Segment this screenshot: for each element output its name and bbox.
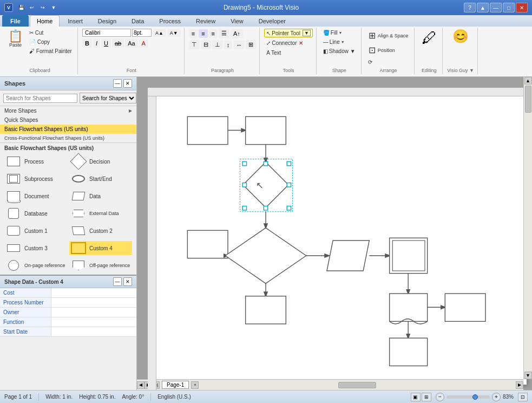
shape-data[interactable]: Data xyxy=(69,189,132,203)
position-button[interactable]: ⊡ Position xyxy=(366,43,398,57)
underline-btn[interactable]: U xyxy=(101,39,111,48)
basic-flowchart-menu-item[interactable]: Basic Flowchart Shapes (US units) xyxy=(0,125,136,134)
vertical-scrollbar[interactable]: ▲ ▼ xyxy=(523,77,532,379)
shape-startend[interactable]: Start/End xyxy=(69,172,132,186)
rotate-button[interactable]: ⟳ xyxy=(366,58,375,66)
page-prev-btn[interactable]: ◀ xyxy=(137,381,145,389)
close-btn[interactable]: ✕ xyxy=(516,3,528,12)
font-size-input[interactable] xyxy=(132,29,152,37)
shape-custom3[interactable]: Custom 3 xyxy=(4,241,67,255)
canvas-area[interactable]: ↖ xyxy=(137,77,532,390)
shape-external-data[interactable]: External Data xyxy=(69,206,132,220)
horizontal-scrollbar[interactable]: ◀ ▶ ▶| Page-1 + ▶ xyxy=(137,379,523,390)
font-color-btn[interactable]: A xyxy=(139,39,148,48)
tab-home[interactable]: Home xyxy=(30,15,60,27)
shape-document[interactable]: Document xyxy=(4,189,67,203)
shape-database[interactable]: Database xyxy=(4,206,67,220)
sidebar-minimize-btn[interactable]: — xyxy=(113,79,122,88)
shadow-button[interactable]: ◧ Shadow ▼ xyxy=(321,47,358,55)
search-dropdown[interactable]: Search for Shapes xyxy=(80,93,136,103)
scroll-thumb-v[interactable] xyxy=(525,86,531,113)
align-left-btn[interactable]: ≡ xyxy=(189,29,198,38)
function-value[interactable] xyxy=(51,317,136,327)
view-normal-btn[interactable]: ▣ xyxy=(411,393,421,401)
copy-button[interactable]: 📄 Copy xyxy=(27,38,74,46)
bold-btn[interactable]: B xyxy=(82,39,92,48)
shape-data-minimize-btn[interactable]: — xyxy=(113,277,122,286)
list-btn[interactable]: ☰ xyxy=(219,29,229,38)
search-input[interactable] xyxy=(3,94,77,103)
shape-onpage[interactable]: On-page reference xyxy=(4,258,67,272)
shape-data-close-btn[interactable]: ✕ xyxy=(123,277,132,286)
process-number-value[interactable] xyxy=(51,298,136,307)
tab-file[interactable]: File xyxy=(2,15,29,27)
tab-design[interactable]: Design xyxy=(91,15,123,27)
tab-data[interactable]: Data xyxy=(124,15,151,27)
cross-functional-menu-item[interactable]: Cross-Functional Flowchart Shapes (US un… xyxy=(0,134,136,142)
strikethrough-btn[interactable]: ab xyxy=(112,39,124,48)
font-case-btn[interactable]: Aa xyxy=(125,39,137,48)
sidebar-close-btn[interactable]: ✕ xyxy=(123,79,132,88)
align-space-button[interactable]: ⊞ Align & Space xyxy=(366,29,411,42)
qa-undo-btn[interactable]: ↩ xyxy=(27,3,37,12)
text-dir-btn[interactable]: ↔ xyxy=(233,41,245,49)
cost-value[interactable] xyxy=(51,288,136,297)
format-painter-button[interactable]: 🖌 Format Painter xyxy=(27,47,74,55)
ribbon-toggle-btn[interactable]: ▲ xyxy=(477,3,489,12)
qa-save-btn[interactable]: 💾 xyxy=(16,3,26,12)
pointer-tool-button[interactable]: ↖ Pointer Tool ▼ xyxy=(264,29,313,37)
valign-top-btn[interactable]: ⊤ xyxy=(189,40,200,49)
align-right-btn[interactable]: ≡ xyxy=(209,29,218,38)
drawing-canvas[interactable]: ↖ xyxy=(156,96,527,385)
maximize-btn[interactable]: □ xyxy=(503,3,515,12)
quick-shapes-menu-item[interactable]: Quick Shapes xyxy=(0,115,136,125)
shape-decision[interactable]: Decision xyxy=(69,154,132,168)
align-center-btn[interactable]: ≡ xyxy=(199,29,207,38)
more-shapes-menu-item[interactable]: More Shapes ▶ xyxy=(0,106,136,115)
pointer-dropdown[interactable]: ▼ xyxy=(303,30,311,36)
shape-custom1[interactable]: Custom 1 xyxy=(4,224,67,238)
qa-more-btn[interactable]: ▼ xyxy=(49,3,58,12)
page-tab-btn[interactable]: Page-1 xyxy=(162,381,189,389)
shape-subprocess[interactable]: Subprocess xyxy=(4,172,67,186)
increase-indent-btn[interactable]: A↑ xyxy=(231,29,243,38)
connector-tool-button[interactable]: ⤢ Connector ✕ xyxy=(264,39,305,47)
shape-custom4[interactable]: Custom 4 xyxy=(69,241,132,255)
text-tool-button[interactable]: A Text xyxy=(264,49,283,57)
fit-page-btn[interactable]: ⊡ xyxy=(518,393,528,401)
zoom-slider[interactable] xyxy=(446,395,490,399)
zoom-out-btn[interactable]: − xyxy=(436,393,444,401)
tab-process[interactable]: Process xyxy=(152,15,188,27)
shape-process[interactable]: Process xyxy=(4,154,67,168)
shape-custom2[interactable]: Custom 2 xyxy=(69,224,132,238)
owner-value[interactable] xyxy=(51,308,136,317)
qa-redo-btn[interactable]: ↪ xyxy=(38,3,48,12)
valign-mid-btn[interactable]: ⊟ xyxy=(201,40,211,49)
increase-font-btn[interactable]: A▲ xyxy=(153,29,166,37)
startdate-value[interactable] xyxy=(51,327,136,336)
line-spacing-btn[interactable]: ↕ xyxy=(224,41,233,49)
font-family-input[interactable] xyxy=(82,29,131,37)
scroll-thumb-h[interactable] xyxy=(338,382,376,388)
line-button[interactable]: — Line ▼ xyxy=(321,38,347,46)
valign-bot-btn[interactable]: ⊥ xyxy=(212,40,223,49)
cut-button[interactable]: ✂ Cut xyxy=(27,29,74,37)
italic-btn[interactable]: I xyxy=(93,39,100,48)
scroll-up-btn[interactable]: ▲ xyxy=(524,77,532,84)
help-btn[interactable]: ? xyxy=(464,3,476,12)
zoom-in-btn[interactable]: + xyxy=(492,393,501,401)
minimize-btn[interactable]: — xyxy=(490,3,502,12)
view-grid-btn[interactable]: ⊞ xyxy=(422,393,431,401)
tab-review[interactable]: Review xyxy=(189,15,222,27)
decrease-font-btn[interactable]: A▼ xyxy=(167,29,181,37)
shape-offpage[interactable]: Off-page reference xyxy=(69,258,132,272)
fill-button[interactable]: 🪣 Fill ▼ xyxy=(321,29,345,37)
tab-view[interactable]: View xyxy=(224,15,251,27)
paste-button[interactable]: 📋 Paste xyxy=(5,29,25,55)
tab-developer[interactable]: Developer xyxy=(252,15,293,27)
page-add-btn[interactable]: + xyxy=(191,381,199,389)
col-btn[interactable]: ⊞ xyxy=(246,40,256,49)
hscroll-right-btn[interactable]: ▶ xyxy=(516,381,523,389)
scroll-down-btn[interactable]: ▼ xyxy=(524,372,532,379)
tab-insert[interactable]: Insert xyxy=(61,15,90,27)
